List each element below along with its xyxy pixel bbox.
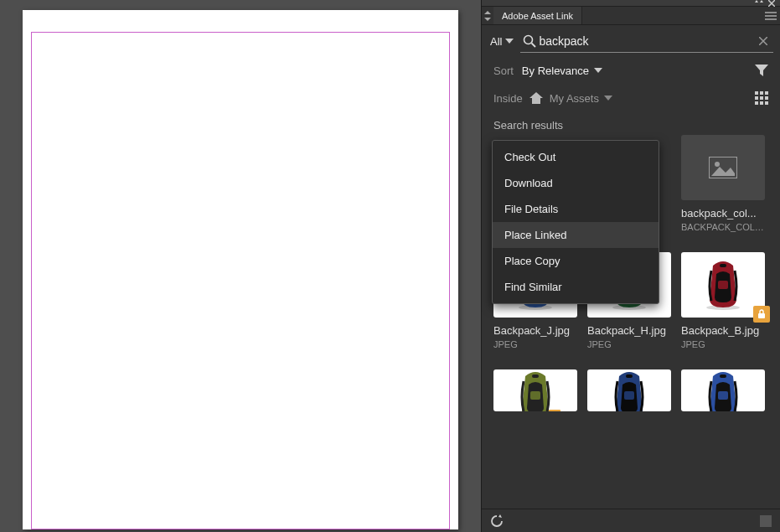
search-scope-dropdown[interactable]: All bbox=[488, 35, 515, 48]
svg-rect-24 bbox=[530, 391, 540, 400]
panel-footer bbox=[482, 509, 780, 532]
asset-context-menu: Check OutDownloadFile DetailsPlace Linke… bbox=[492, 140, 659, 304]
chevron-down-icon bbox=[604, 96, 612, 101]
filter-button[interactable] bbox=[755, 65, 768, 76]
search-input[interactable] bbox=[539, 34, 753, 48]
sort-dropdown[interactable]: By Relevance bbox=[522, 65, 602, 77]
svg-rect-9 bbox=[760, 101, 763, 105]
asset-card[interactable]: backpack_col...BACKPACK_COLORS bbox=[681, 135, 765, 232]
context-menu-item[interactable]: Place Linked bbox=[493, 222, 659, 248]
lock-icon bbox=[753, 306, 770, 323]
svg-rect-5 bbox=[755, 96, 758, 100]
asset-thumb[interactable] bbox=[681, 369, 765, 411]
panel-chrome bbox=[482, 0, 780, 7]
chevron-down-icon bbox=[505, 39, 514, 44]
asset-card[interactable] bbox=[587, 369, 671, 411]
svg-line-1 bbox=[532, 43, 536, 47]
context-menu-item[interactable]: Download bbox=[493, 170, 659, 196]
svg-rect-7 bbox=[765, 96, 768, 100]
asset-thumb-placeholder[interactable] bbox=[681, 135, 765, 200]
svg-rect-31 bbox=[720, 374, 726, 378]
home-icon[interactable] bbox=[529, 92, 543, 104]
collapse-icon[interactable] bbox=[755, 0, 763, 7]
context-menu-item[interactable]: Check Out bbox=[493, 144, 659, 170]
svg-rect-4 bbox=[765, 91, 768, 95]
layout-frame[interactable] bbox=[31, 32, 450, 529]
panel-tab-row: Adobe Asset Link bbox=[482, 7, 780, 25]
svg-rect-3 bbox=[760, 91, 763, 95]
refresh-button[interactable] bbox=[490, 514, 504, 528]
sort-label: Sort bbox=[493, 65, 514, 77]
context-menu-item[interactable]: Find Similar bbox=[493, 274, 659, 300]
inside-label: Inside bbox=[493, 92, 523, 105]
search-results-heading: Search results bbox=[482, 112, 780, 135]
svg-rect-27 bbox=[624, 391, 634, 400]
panel-tab-asset-link[interactable]: Adobe Asset Link bbox=[493, 7, 582, 24]
asset-type: BACKPACK_COLORS bbox=[681, 222, 765, 232]
asset-type: JPEG bbox=[587, 339, 671, 349]
sort-row: Sort By Relevance bbox=[482, 57, 780, 84]
svg-rect-22 bbox=[758, 313, 765, 318]
svg-rect-30 bbox=[718, 391, 728, 400]
panel-cycle-icon[interactable] bbox=[482, 7, 493, 24]
svg-rect-2 bbox=[755, 91, 758, 95]
svg-rect-8 bbox=[755, 101, 758, 105]
search-row: All bbox=[482, 25, 780, 57]
svg-point-12 bbox=[715, 162, 720, 167]
svg-rect-28 bbox=[626, 374, 633, 378]
asset-card[interactable] bbox=[493, 369, 577, 411]
asset-card[interactable] bbox=[681, 369, 765, 411]
document-page[interactable] bbox=[23, 10, 458, 529]
svg-rect-20 bbox=[718, 281, 728, 289]
close-icon[interactable] bbox=[768, 0, 775, 7]
asset-link-panel: Adobe Asset Link All bbox=[481, 0, 780, 532]
asset-type: JPEG bbox=[493, 339, 577, 349]
asset-thumb[interactable] bbox=[587, 369, 671, 411]
panel-title: Adobe Asset Link bbox=[502, 11, 573, 21]
svg-rect-21 bbox=[720, 264, 726, 267]
chevron-down-icon bbox=[594, 68, 602, 73]
asset-thumb[interactable] bbox=[681, 252, 765, 318]
sort-value: By Relevance bbox=[522, 65, 589, 77]
path-row: Inside My Assets bbox=[482, 84, 780, 112]
app-root: Adobe Asset Link All bbox=[0, 0, 780, 532]
location-label: My Assets bbox=[550, 92, 599, 105]
status-chip bbox=[549, 410, 560, 411]
clear-search-button[interactable] bbox=[753, 37, 773, 45]
location-dropdown[interactable]: My Assets bbox=[550, 92, 612, 105]
asset-type: JPEG bbox=[681, 339, 765, 349]
asset-name: backpack_col... bbox=[681, 207, 765, 220]
asset-name: Backpack_H.jpg bbox=[587, 324, 671, 337]
svg-point-0 bbox=[524, 35, 533, 44]
panel-menu-button[interactable] bbox=[762, 7, 780, 24]
grid-view-button[interactable] bbox=[755, 91, 768, 105]
search-icon bbox=[520, 34, 539, 48]
resize-handle[interactable] bbox=[760, 515, 772, 527]
context-menu-item[interactable]: File Details bbox=[493, 196, 659, 222]
asset-thumb[interactable] bbox=[493, 369, 577, 411]
document-canvas-area bbox=[0, 0, 481, 532]
context-menu-item[interactable]: Place Copy bbox=[493, 248, 659, 274]
asset-card[interactable]: Backpack_B.jpgJPEG bbox=[681, 252, 765, 349]
search-scope-label: All bbox=[490, 35, 502, 48]
asset-name: Backpack_B.jpg bbox=[681, 324, 765, 337]
svg-rect-10 bbox=[765, 101, 768, 105]
search-field-wrap bbox=[520, 29, 773, 53]
asset-name: Backpack_J.jpg bbox=[493, 324, 577, 337]
svg-rect-25 bbox=[532, 374, 539, 378]
svg-rect-6 bbox=[760, 96, 763, 100]
